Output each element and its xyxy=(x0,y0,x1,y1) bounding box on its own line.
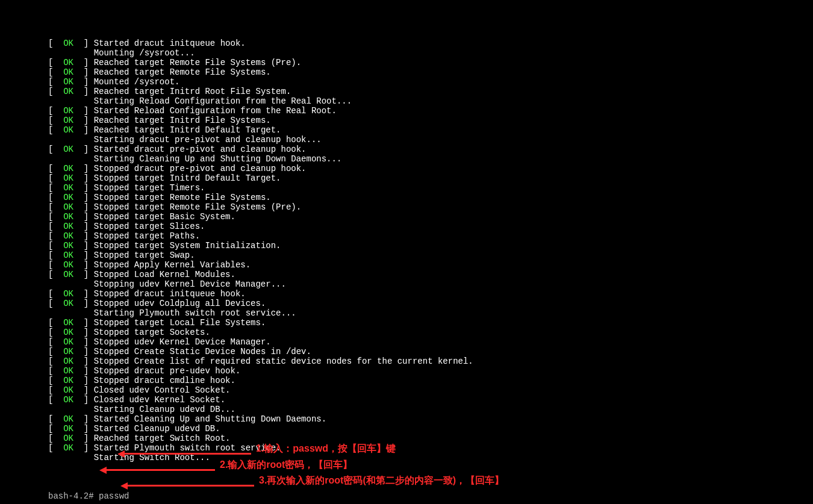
ok-status: OK xyxy=(63,39,73,48)
boot-line: [ OK ] Stopped target Timers. xyxy=(48,183,813,193)
ok-status: OK xyxy=(63,347,73,356)
boot-line: Starting Reload Configuration from the R… xyxy=(48,96,813,106)
ok-status: OK xyxy=(63,222,73,231)
ok-status: OK xyxy=(63,270,73,279)
boot-message: Stopped dracut initqueue hook. xyxy=(94,289,246,299)
boot-line: [ OK ] Started Reload Configuration from… xyxy=(48,106,813,116)
ok-status: OK xyxy=(63,164,73,173)
boot-line: Mounting /sysroot... xyxy=(48,48,813,58)
boot-line: Starting dracut pre-pivot and cleanup ho… xyxy=(48,135,813,145)
ok-status: OK xyxy=(63,125,73,135)
ok-status: OK xyxy=(63,376,73,385)
ok-status: OK xyxy=(63,434,73,443)
ok-status: OK xyxy=(63,116,73,125)
boot-line: [ OK ] Started Plymouth switch root serv… xyxy=(48,443,813,453)
boot-message: Stopped dracut pre-udev hook. xyxy=(94,366,241,376)
boot-message: Stopped udev Coldplug all Devices. xyxy=(94,299,266,308)
ok-status: OK xyxy=(63,77,73,87)
boot-line: [ OK ] Stopped udev Coldplug all Devices… xyxy=(48,299,813,308)
boot-message: Stopped Apply Kernel Variables. xyxy=(94,260,251,270)
boot-line: Starting Switch Root... xyxy=(48,453,813,462)
boot-message: Started dracut pre-pivot and cleanup hoo… xyxy=(94,145,307,154)
boot-message: Stopped target Timers. xyxy=(94,183,205,193)
boot-message: Starting dracut pre-pivot and cleanup ho… xyxy=(94,135,322,145)
ok-status: OK xyxy=(63,299,73,308)
boot-message: Stopped udev Kernel Device Manager. xyxy=(94,337,271,347)
boot-line: [ OK ] Started dracut initqueue hook. xyxy=(48,39,813,48)
boot-message: Stopped target Swap. xyxy=(94,250,195,260)
boot-message: Stopped target Sockets. xyxy=(94,328,210,337)
boot-line: [ OK ] Started Cleanup udevd DB. xyxy=(48,424,813,434)
boot-message: Started dracut initqueue hook. xyxy=(94,39,246,48)
boot-line: [ OK ] Stopped target Slices. xyxy=(48,222,813,231)
ok-status: OK xyxy=(63,193,73,202)
arrow-icon xyxy=(120,482,128,490)
ok-status: OK xyxy=(63,395,73,405)
ok-status: OK xyxy=(63,173,73,183)
boot-message: Stopped target System Initialization. xyxy=(94,241,281,250)
boot-line: [ OK ] Stopped Load Kernel Modules. xyxy=(48,270,813,279)
boot-message: Reached target Remote File Systems (Pre)… xyxy=(94,58,301,67)
boot-message: Stopped target Paths. xyxy=(94,231,200,241)
boot-message: Reached target Initrd Default Target. xyxy=(94,125,281,135)
boot-message: Starting Cleanup udevd DB... xyxy=(94,405,235,414)
shell-ps1: bash-4.2# xyxy=(48,491,94,501)
boot-message: Starting Switch Root... xyxy=(94,453,210,462)
boot-message: Stopped target Remote File Systems (Pre)… xyxy=(94,202,301,212)
boot-line: [ OK ] Stopped target Swap. xyxy=(48,250,813,260)
boot-line: [ OK ] Reached target Remote File System… xyxy=(48,58,813,67)
ok-status: OK xyxy=(63,260,73,270)
boot-message: Stopped Load Kernel Modules. xyxy=(94,270,235,279)
boot-message: Starting Cleaning Up and Shutting Down D… xyxy=(94,154,342,164)
shell-prompt-line[interactable]: bash-4.2# passwd xyxy=(48,491,813,501)
ok-status: OK xyxy=(63,424,73,434)
boot-message: Stopped dracut pre-pivot and cleanup hoo… xyxy=(94,164,307,173)
boot-line: [ OK ] Started dracut pre-pivot and clea… xyxy=(48,145,813,154)
shell-command: passwd xyxy=(99,491,129,501)
boot-line: [ OK ] Reached target Initrd Root File S… xyxy=(48,87,813,96)
boot-message: Stopped Create list of required static d… xyxy=(94,356,473,366)
ok-status: OK xyxy=(63,356,73,366)
boot-message: Stopped target Initrd Default Target. xyxy=(94,173,281,183)
ok-status: OK xyxy=(63,250,73,260)
boot-message: Stopped Create Static Device Nodes in /d… xyxy=(94,347,311,356)
boot-message: Stopped target Slices. xyxy=(94,222,205,231)
boot-line: [ OK ] Stopped dracut cmdline hook. xyxy=(48,376,813,385)
terminal[interactable]: [ OK ] Started dracut initqueue hook. Mo… xyxy=(0,0,813,504)
boot-line: [ OK ] Stopped target Initrd Default Tar… xyxy=(48,173,813,183)
ok-status: OK xyxy=(63,67,73,77)
boot-line: [ OK ] Reached target Remote File System… xyxy=(48,67,813,77)
boot-message: Stopped dracut cmdline hook. xyxy=(94,376,235,385)
boot-message: Started Cleaning Up and Shutting Down Da… xyxy=(94,414,326,424)
ok-status: OK xyxy=(63,414,73,424)
boot-message: Stopping udev Kernel Device Manager... xyxy=(94,279,286,289)
boot-message: Reached target Remote File Systems. xyxy=(94,67,271,77)
boot-line: Stopping udev Kernel Device Manager... xyxy=(48,279,813,289)
boot-message: Mounted /sysroot. xyxy=(94,77,180,87)
boot-message: Closed udev Kernel Socket. xyxy=(94,395,225,405)
boot-line: [ OK ] Stopped target Paths. xyxy=(48,231,813,241)
ok-status: OK xyxy=(63,328,73,337)
ok-status: OK xyxy=(63,289,73,299)
boot-message: Closed udev Control Socket. xyxy=(94,385,231,395)
ok-status: OK xyxy=(63,202,73,212)
boot-message: Stopped target Local File Systems. xyxy=(94,318,266,328)
boot-line: [ OK ] Reached target Initrd File System… xyxy=(48,116,813,125)
boot-line: [ OK ] Stopped Create list of required s… xyxy=(48,356,813,366)
boot-line: [ OK ] Stopped target Remote File System… xyxy=(48,202,813,212)
boot-line: [ OK ] Closed udev Control Socket. xyxy=(48,385,813,395)
annotation-text: 3.再次输入新的root密码(和第二步的内容一致)，【回车】 xyxy=(259,476,504,485)
boot-message: Started Plymouth switch root service. xyxy=(94,443,281,453)
boot-line: [ OK ] Stopped udev Kernel Device Manage… xyxy=(48,337,813,347)
ok-status: OK xyxy=(63,231,73,241)
ok-status: OK xyxy=(63,318,73,328)
ok-status: OK xyxy=(63,183,73,193)
boot-message: Starting Reload Configuration from the R… xyxy=(94,96,352,106)
ok-status: OK xyxy=(63,106,73,116)
boot-message: Reached target Switch Root. xyxy=(94,434,231,443)
ok-status: OK xyxy=(63,145,73,154)
ok-status: OK xyxy=(63,337,73,347)
boot-message: Stopped target Remote File Systems. xyxy=(94,193,271,202)
boot-line: [ OK ] Stopped target Remote File System… xyxy=(48,193,813,202)
boot-line: [ OK ] Stopped target Sockets. xyxy=(48,328,813,337)
